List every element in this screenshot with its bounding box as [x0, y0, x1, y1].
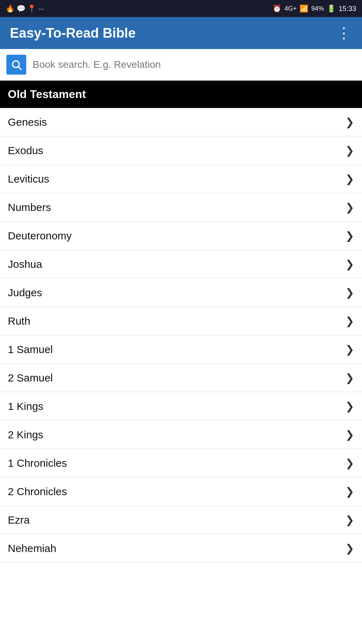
chevron-right-icon: ❯ [345, 116, 354, 128]
book-name: Joshua [8, 258, 42, 270]
overflow-menu-button[interactable]: ⋮ [336, 26, 352, 40]
app-bar: Easy-To-Read Bible ⋮ [0, 17, 362, 49]
chevron-right-icon: ❯ [345, 485, 354, 498]
book-list-item[interactable]: Genesis❯ [0, 108, 362, 136]
book-name: Numbers [8, 201, 51, 213]
chevron-right-icon: ❯ [345, 400, 354, 412]
book-list-item[interactable]: Exodus❯ [0, 136, 362, 165]
book-name: Nehemiah [8, 542, 56, 554]
book-name: 1 Samuel [8, 343, 53, 356]
chevron-right-icon: ❯ [345, 372, 354, 384]
book-list-item[interactable]: Joshua❯ [0, 250, 362, 278]
clock: 15:33 [339, 5, 356, 13]
status-bar: 🔥 💬 📍 ··· ⏰ 4G+ 📶 94% 🔋 15:33 [0, 0, 362, 17]
book-list-item[interactable]: 2 Chronicles❯ [0, 477, 362, 506]
book-list: Genesis❯Exodus❯Leviticus❯Numbers❯Deutero… [0, 108, 362, 563]
book-list-item[interactable]: Numbers❯ [0, 193, 362, 222]
battery-percent: 94% [311, 5, 324, 12]
chevron-right-icon: ❯ [345, 201, 354, 213]
book-list-item[interactable]: 2 Samuel❯ [0, 364, 362, 392]
book-name: Deuteronomy [8, 230, 72, 242]
book-name: Exodus [8, 145, 43, 157]
signal-icon: 📶 [300, 4, 308, 13]
book-list-item[interactable]: Ezra❯ [0, 506, 362, 534]
chevron-right-icon: ❯ [345, 258, 354, 270]
chevron-right-icon: ❯ [345, 173, 354, 185]
chevron-right-icon: ❯ [345, 428, 354, 441]
book-name: 2 Samuel [8, 372, 53, 384]
book-name: 2 Kings [8, 429, 43, 441]
book-list-item[interactable]: Judges❯ [0, 278, 362, 307]
book-name: Genesis [8, 116, 47, 128]
search-icon [11, 59, 22, 70]
book-list-item[interactable]: Nehemiah❯ [0, 534, 362, 563]
book-list-item[interactable]: 2 Kings❯ [0, 421, 362, 449]
book-name: Ruth [8, 315, 30, 327]
book-list-item[interactable]: Leviticus❯ [0, 165, 362, 193]
book-name: 2 Chronicles [8, 486, 67, 498]
svg-line-1 [18, 67, 21, 69]
network-type: 4G+ [284, 5, 297, 12]
book-name: 1 Kings [8, 400, 43, 412]
book-name: Leviticus [8, 173, 49, 185]
old-testament-header: Old Testament [0, 81, 362, 108]
alarm-icon: ⏰ [273, 4, 281, 13]
book-list-item[interactable]: Deuteronomy❯ [0, 222, 362, 250]
status-bar-right: ⏰ 4G+ 📶 94% 🔋 15:33 [273, 4, 356, 13]
app-title: Easy-To-Read Bible [10, 26, 136, 41]
battery-icon: 🔋 [327, 4, 336, 13]
book-list-item[interactable]: Ruth❯ [0, 307, 362, 335]
status-bar-left: 🔥 💬 📍 ··· [6, 4, 44, 13]
book-name: Ezra [8, 514, 30, 526]
book-name: 1 Chronicles [8, 457, 67, 469]
book-list-item[interactable]: 1 Kings❯ [0, 392, 362, 421]
book-list-item[interactable]: 1 Chronicles❯ [0, 449, 362, 477]
notification-icons: 🔥 💬 📍 ··· [6, 4, 44, 13]
chevron-right-icon: ❯ [345, 286, 354, 299]
chevron-right-icon: ❯ [345, 229, 354, 242]
book-list-item[interactable]: 1 Samuel❯ [0, 335, 362, 364]
book-name: Judges [8, 287, 42, 299]
chevron-right-icon: ❯ [345, 144, 354, 157]
search-icon-box[interactable] [6, 55, 26, 75]
chevron-right-icon: ❯ [345, 343, 354, 356]
chevron-right-icon: ❯ [345, 542, 354, 554]
chevron-right-icon: ❯ [345, 457, 354, 469]
search-input[interactable] [33, 59, 356, 70]
chevron-right-icon: ❯ [345, 315, 354, 327]
chevron-right-icon: ❯ [345, 514, 354, 526]
search-bar [0, 49, 362, 81]
